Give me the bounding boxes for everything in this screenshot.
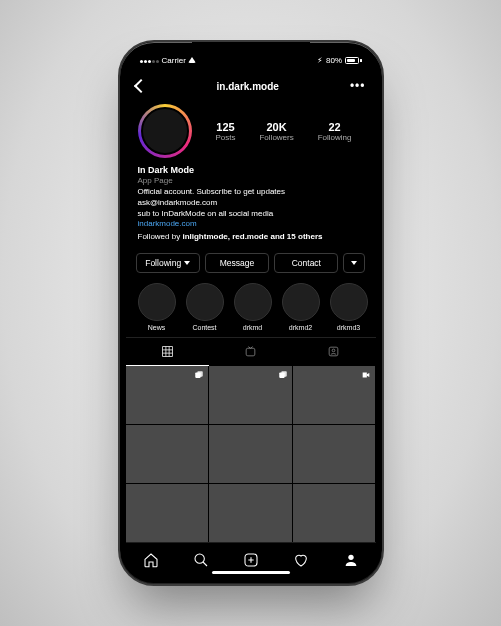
highlight-item[interactable]: drkmd3	[328, 283, 370, 331]
carousel-icon	[278, 370, 288, 380]
highlights: News Contest drkmd drkmd2 drkmd3	[126, 279, 376, 337]
status-right: ⚡︎ 80%	[317, 56, 362, 65]
svg-rect-9	[197, 371, 202, 376]
nav-activity[interactable]	[293, 552, 309, 570]
heart-icon	[293, 552, 309, 568]
svg-line-13	[203, 562, 207, 566]
tab-tagged[interactable]	[292, 338, 375, 366]
following-button-label: Following	[145, 258, 181, 268]
stat-followers-num: 20K	[259, 121, 293, 133]
svg-point-7	[332, 349, 335, 352]
stat-posts-label: Posts	[215, 133, 235, 142]
action-row: Following Message Contact	[126, 247, 376, 279]
post-cell[interactable]	[209, 484, 292, 542]
igtv-icon	[244, 345, 257, 358]
chevron-down-icon	[351, 261, 357, 265]
bio-line2: ask@indarkmode.com	[138, 198, 364, 209]
search-icon	[193, 552, 209, 568]
svg-rect-11	[281, 371, 286, 376]
highlight-item[interactable]: Contest	[184, 283, 226, 331]
home-icon	[143, 552, 159, 568]
page-title: in.dark.mode	[217, 81, 279, 92]
svg-point-12	[195, 554, 204, 563]
battery-pct: 80%	[326, 56, 342, 65]
highlight-circle	[234, 283, 272, 321]
stats: 125Posts 20KFollowers 22Following	[204, 121, 364, 142]
highlight-label: Contest	[192, 324, 216, 331]
chevron-down-icon	[184, 261, 190, 265]
contact-button[interactable]: Contact	[274, 253, 338, 273]
stat-following-num: 22	[318, 121, 352, 133]
post-cell[interactable]	[209, 366, 292, 424]
tabs	[126, 337, 376, 366]
phone-frame: Carrier 10:22 ⚡︎ 80% in.dark.mode ••• 12…	[118, 40, 384, 586]
stat-following-label: Following	[318, 133, 352, 142]
profile-row: 125Posts 20KFollowers 22Following	[126, 100, 376, 160]
more-icon[interactable]: •••	[350, 80, 366, 92]
post-cell[interactable]	[126, 425, 209, 483]
bio-link[interactable]: indarkmode.com	[138, 219, 364, 230]
stat-posts-num: 125	[215, 121, 235, 133]
suggest-button[interactable]	[343, 253, 365, 273]
post-cell[interactable]	[293, 484, 376, 542]
svg-point-17	[348, 554, 353, 559]
signal-icon	[140, 56, 160, 65]
following-button[interactable]: Following	[136, 253, 200, 273]
nav-search[interactable]	[193, 552, 209, 570]
message-button[interactable]: Message	[205, 253, 269, 273]
post-cell[interactable]	[293, 425, 376, 483]
avatar-inner	[141, 107, 189, 155]
bio-followed-prefix: Followed by	[138, 232, 183, 241]
home-indicator[interactable]	[212, 571, 290, 574]
nav-add[interactable]	[243, 552, 259, 570]
tab-igtv[interactable]	[209, 338, 292, 366]
stat-followers-label: Followers	[259, 133, 293, 142]
wifi-icon	[188, 57, 196, 63]
post-cell[interactable]	[209, 425, 292, 483]
highlight-circle	[186, 283, 224, 321]
add-post-icon	[243, 552, 259, 568]
bio-name: In Dark Mode	[138, 164, 364, 176]
bio-type: App Page	[138, 176, 364, 187]
nav-home[interactable]	[143, 552, 159, 570]
stat-followers[interactable]: 20KFollowers	[259, 121, 293, 142]
bio-followed[interactable]: Followed by inlightmode, red.mode and 15…	[138, 232, 364, 243]
video-icon	[361, 370, 371, 380]
avatar[interactable]	[138, 104, 192, 158]
highlight-item[interactable]: drkmd	[232, 283, 274, 331]
bio-line1: Official account. Subscribe to get updat…	[138, 187, 364, 198]
highlight-circle	[282, 283, 320, 321]
highlight-circle	[330, 283, 368, 321]
screen: Carrier 10:22 ⚡︎ 80% in.dark.mode ••• 12…	[126, 48, 376, 578]
bio-line3: sub to InDarkMode on all social media	[138, 209, 364, 220]
post-cell[interactable]	[126, 366, 209, 424]
carrier-label: Carrier	[162, 56, 186, 65]
person-tag-icon	[327, 345, 340, 358]
svg-rect-5	[246, 348, 255, 356]
battery-icon	[345, 57, 362, 64]
tab-grid[interactable]	[126, 338, 209, 366]
carousel-icon	[194, 370, 204, 380]
back-icon[interactable]	[133, 79, 147, 93]
post-grid	[126, 366, 376, 542]
post-cell[interactable]	[126, 484, 209, 542]
stat-posts[interactable]: 125Posts	[215, 121, 235, 142]
bio-followed-names: inlightmode, red.mode and 15 others	[182, 232, 322, 241]
highlight-item[interactable]: News	[136, 283, 178, 331]
header: in.dark.mode •••	[126, 72, 376, 100]
highlight-label: News	[148, 324, 166, 331]
highlight-circle	[138, 283, 176, 321]
highlight-label: drkmd	[243, 324, 262, 331]
status-left: Carrier	[140, 56, 196, 65]
nav-profile[interactable]	[343, 552, 359, 570]
highlight-item[interactable]: drkmd2	[280, 283, 322, 331]
highlight-label: drkmd2	[289, 324, 312, 331]
notch	[192, 42, 310, 60]
grid-icon	[161, 345, 174, 358]
stat-following[interactable]: 22Following	[318, 121, 352, 142]
profile-icon	[343, 552, 359, 568]
highlight-label: drkmd3	[337, 324, 360, 331]
bio: In Dark Mode App Page Official account. …	[126, 160, 376, 247]
svg-rect-0	[162, 347, 172, 357]
post-cell[interactable]	[293, 366, 376, 424]
